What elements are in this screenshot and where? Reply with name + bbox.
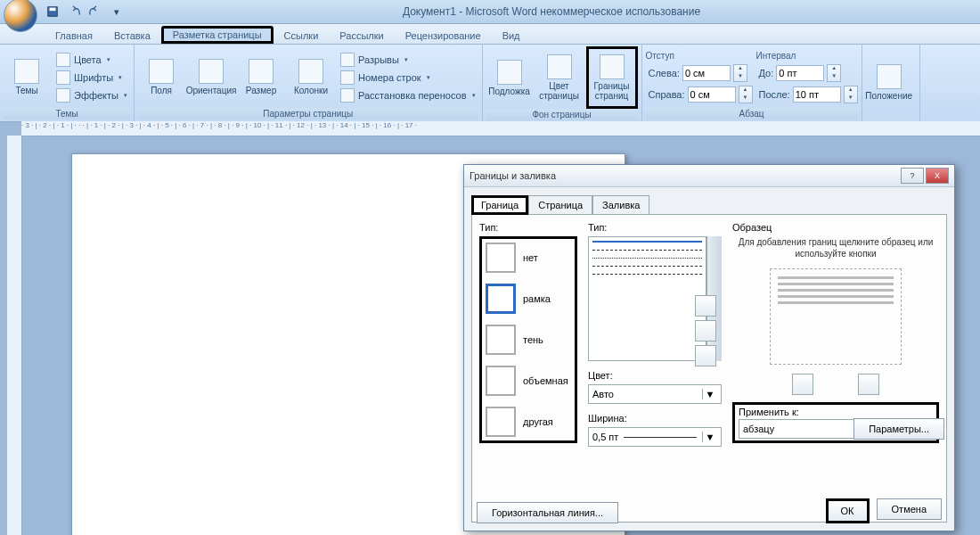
setting-custom[interactable]: другая <box>486 407 571 437</box>
spacing-after-input[interactable] <box>793 86 841 103</box>
spinner-buttons[interactable]: ▲▼ <box>739 86 753 103</box>
spinner-buttons[interactable]: ▲▼ <box>733 64 747 82</box>
themes-label: Темы <box>15 86 37 95</box>
shadow-icon <box>486 325 516 355</box>
tab-page-layout[interactable]: Разметка страницы <box>161 26 274 44</box>
ribbon-tabs: Главная Вставка Разметка страницы Ссылки… <box>0 24 980 45</box>
indent-right-spinner[interactable]: Справа:▲▼ <box>646 86 753 103</box>
edge-middle-button[interactable] <box>695 320 716 342</box>
style-solid[interactable] <box>592 241 702 243</box>
edge-top-button[interactable] <box>695 295 716 317</box>
style-longdash[interactable] <box>592 274 702 275</box>
setting-box[interactable]: рамка <box>486 284 571 314</box>
tab-mailings[interactable]: Рассылки <box>329 28 394 44</box>
page-borders-icon <box>600 54 625 79</box>
line-numbers-icon <box>340 70 355 85</box>
ok-button[interactable]: ОК <box>826 498 870 523</box>
borders-shading-dialog: Границы и заливка ? X Граница Страница З… <box>463 164 955 531</box>
spinner-buttons[interactable]: ▲▼ <box>827 64 841 82</box>
help-button[interactable]: ? <box>901 168 924 184</box>
spacing-before-spinner[interactable]: До:▲▼ <box>756 64 858 82</box>
orientation-icon <box>199 59 224 84</box>
line-numbers-button[interactable]: Номера строк▾ <box>338 70 478 86</box>
preview-header: Образец <box>732 222 939 233</box>
color-combo[interactable]: Авто▼ <box>588 384 722 404</box>
redo-icon[interactable] <box>86 3 105 21</box>
watermark-icon <box>497 60 522 85</box>
tab-home[interactable]: Главная <box>45 28 103 44</box>
indent-left-spinner[interactable]: Слева:▲▼ <box>646 64 753 82</box>
qat-dropdown-icon[interactable]: ▾ <box>107 3 127 21</box>
group-paragraph: Отступ Слева:▲▼ Справа:▲▼ Интервал До:▲▼… <box>642 45 862 121</box>
apply-to-label: Применить к: <box>739 407 933 417</box>
edge-right-button[interactable] <box>858 374 879 395</box>
edge-buttons-horizontal <box>732 374 939 395</box>
vertical-ruler[interactable] <box>7 136 22 535</box>
setting-header: Тип: <box>479 222 577 233</box>
style-dash[interactable] <box>592 250 702 251</box>
watermark-button[interactable]: Подложка <box>486 49 533 106</box>
chevron-down-icon: ▼ <box>702 432 717 442</box>
group-themes: Темы Цвета▾ Шрифты▾ Эффекты▾ Темы <box>0 45 135 121</box>
themes-button[interactable]: Темы <box>4 49 50 106</box>
effects-icon <box>56 88 70 103</box>
spacing-before-input[interactable] <box>776 65 824 81</box>
tab-page-border[interactable]: Страница <box>528 195 592 215</box>
theme-fonts-button[interactable]: Шрифты▾ <box>53 70 130 86</box>
setting-shadow[interactable]: тень <box>486 325 571 355</box>
hyphenation-button[interactable]: Расстановка переносов▾ <box>338 87 478 103</box>
undo-icon[interactable] <box>64 3 84 21</box>
preview-hint: Для добавления границ щелкните образец и… <box>732 236 939 259</box>
spinner-buttons[interactable]: ▲▼ <box>844 86 858 103</box>
size-button[interactable]: Размер <box>238 49 284 106</box>
setting-3d[interactable]: объемная <box>486 366 571 396</box>
preview-pane[interactable] <box>770 268 902 365</box>
group-themes-label: Темы <box>4 108 130 119</box>
page-borders-button[interactable]: Границы страниц <box>586 46 638 109</box>
threeD-icon <box>486 366 516 396</box>
close-button[interactable]: X <box>926 168 949 184</box>
breaks-button[interactable]: Разрывы▾ <box>338 52 478 68</box>
chevron-down-icon: ▼ <box>702 389 717 399</box>
tab-shading[interactable]: Заливка <box>592 195 649 215</box>
theme-effects-button[interactable]: Эффекты▾ <box>53 87 130 103</box>
group-page-setup-label: Параметры страницы <box>138 108 478 119</box>
setting-none[interactable]: нет <box>486 243 571 273</box>
save-icon[interactable] <box>43 3 62 21</box>
svg-rect-1 <box>50 8 56 12</box>
edge-left-button[interactable] <box>792 374 813 395</box>
position-icon <box>877 64 902 89</box>
tab-view[interactable]: Вид <box>492 28 531 44</box>
preview-column: Образец Для добавления границ щелкните о… <box>732 222 939 514</box>
group-page-setup: Поля Ориентация Размер Колонки Разрывы▾ … <box>135 45 482 121</box>
tab-insert[interactable]: Вставка <box>103 28 161 44</box>
orientation-button[interactable]: Ориентация <box>188 49 234 106</box>
theme-colors-button[interactable]: Цвета▾ <box>53 52 130 68</box>
style-listbox[interactable] <box>588 236 706 361</box>
tab-references[interactable]: Ссылки <box>274 28 330 44</box>
edge-bottom-button[interactable] <box>695 345 716 366</box>
style-dashdot[interactable] <box>592 266 702 267</box>
position-button[interactable]: Положение <box>866 54 912 111</box>
margins-button[interactable]: Поля <box>138 49 184 106</box>
indent-right-input[interactable] <box>688 86 736 103</box>
options-button[interactable]: Параметры... <box>853 418 944 440</box>
tab-border[interactable]: Граница <box>471 195 528 215</box>
columns-button[interactable]: Колонки <box>288 49 334 106</box>
tab-review[interactable]: Рецензирование <box>395 28 492 44</box>
indent-header: Отступ <box>646 51 753 61</box>
group-arrange-label <box>866 118 916 119</box>
fonts-icon <box>56 70 70 85</box>
page-color-button[interactable]: Цвет страницы <box>536 49 583 106</box>
none-icon <box>486 243 516 273</box>
indent-left-input[interactable] <box>682 65 731 81</box>
horizontal-line-button[interactable]: Горизонтальная линия... <box>477 502 618 523</box>
style-dot[interactable] <box>592 258 702 259</box>
cancel-button[interactable]: Отмена <box>877 498 942 520</box>
setting-list: нет рамка тень объемная другая <box>479 236 577 443</box>
spacing-after-spinner[interactable]: После:▲▼ <box>756 86 858 103</box>
dialog-body: Тип: нет рамка тень объемная другая Тип: <box>471 214 947 523</box>
horizontal-ruler[interactable]: · 3 · | · 2 · | · 1 · | · · · | · 1 · | … <box>21 121 980 136</box>
title-bar: ▾ Документ1 - Microsoft Word некоммерчес… <box>0 0 980 24</box>
width-combo[interactable]: 0,5 пт▼ <box>588 427 722 447</box>
